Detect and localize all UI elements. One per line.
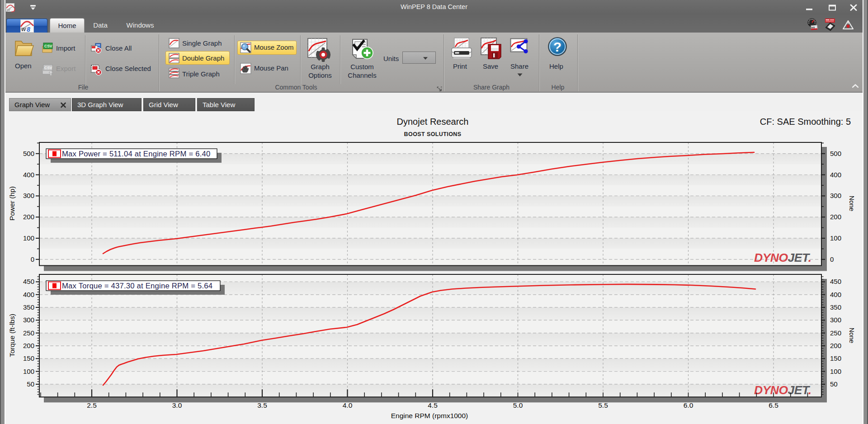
svg-text:4.5: 4.5 <box>428 401 438 409</box>
svg-text:0: 0 <box>31 255 34 263</box>
svg-text:300: 300 <box>830 316 841 324</box>
svg-text:200: 200 <box>23 213 34 221</box>
svg-text:300: 300 <box>23 192 34 199</box>
svg-text:350: 350 <box>830 303 841 311</box>
svg-text:0: 0 <box>830 255 834 263</box>
svg-text:250: 250 <box>830 329 841 337</box>
svg-text:8: 8 <box>27 26 30 33</box>
svg-text:W: W <box>21 27 27 32</box>
svg-text:Torque (ft-lbs): Torque (ft-lbs) <box>8 314 16 357</box>
svg-text:100: 100 <box>23 367 34 375</box>
svg-text:DYNOJET.: DYNOJET. <box>754 251 811 264</box>
svg-text:BOOST SOLUTIONS: BOOST SOLUTIONS <box>404 131 462 137</box>
svg-text:CSV: CSV <box>44 44 52 48</box>
svg-text:Engine RPM (rpmx1000): Engine RPM (rpmx1000) <box>391 412 468 419</box>
svg-text:300: 300 <box>830 192 841 199</box>
svg-text:4.0: 4.0 <box>343 401 353 409</box>
svg-text:400: 400 <box>23 291 34 298</box>
svg-text:DYNOJET.: DYNOJET. <box>754 383 811 397</box>
svg-text:W8: W8 <box>811 26 815 29</box>
svg-text:CF: SAE Smoothing: 5: CF: SAE Smoothing: 5 <box>760 117 851 127</box>
svg-text:2.5: 2.5 <box>87 401 97 409</box>
svg-text:400: 400 <box>830 171 841 179</box>
svg-text:6.5: 6.5 <box>769 401 778 409</box>
svg-text:400: 400 <box>23 171 34 179</box>
svg-text:50: 50 <box>27 380 34 388</box>
svg-text:500: 500 <box>23 150 34 157</box>
svg-text:Power (hp): Power (hp) <box>8 186 16 221</box>
svg-text:450: 450 <box>23 278 34 285</box>
svg-text:Max Torque = 437.30 at Engine: Max Torque = 437.30 at Engine RPM = 5.64 <box>62 282 212 290</box>
svg-text:200: 200 <box>830 342 841 349</box>
svg-text:6.0: 6.0 <box>684 401 693 409</box>
svg-text:None: None <box>848 328 855 344</box>
svg-text:5.0: 5.0 <box>513 401 523 409</box>
svg-text:100: 100 <box>830 367 841 375</box>
svg-text:150: 150 <box>23 354 34 362</box>
svg-text:None: None <box>848 196 855 212</box>
svg-text:Max Power = 511.04 at Engine R: Max Power = 511.04 at Engine RPM = 6.40 <box>62 150 210 158</box>
svg-text:150: 150 <box>830 354 841 362</box>
svg-text:350: 350 <box>23 303 34 311</box>
svg-text:3.5: 3.5 <box>257 401 267 409</box>
svg-text:100: 100 <box>830 234 841 242</box>
svg-text:400: 400 <box>830 291 841 298</box>
svg-text:200: 200 <box>23 342 34 349</box>
svg-text:250: 250 <box>23 329 34 337</box>
svg-text:50: 50 <box>830 380 838 388</box>
svg-text:CSV: CSV <box>44 66 52 70</box>
svg-text:Dynojet Research: Dynojet Research <box>397 117 469 127</box>
svg-text:200: 200 <box>830 213 841 221</box>
svg-text:450: 450 <box>830 278 841 285</box>
svg-text:500: 500 <box>830 150 841 157</box>
svg-text:5.5: 5.5 <box>598 401 608 409</box>
svg-text:3.0: 3.0 <box>172 401 182 409</box>
svg-text:?: ? <box>553 39 561 54</box>
svg-text:100: 100 <box>23 234 34 242</box>
svg-text:300: 300 <box>23 316 34 324</box>
